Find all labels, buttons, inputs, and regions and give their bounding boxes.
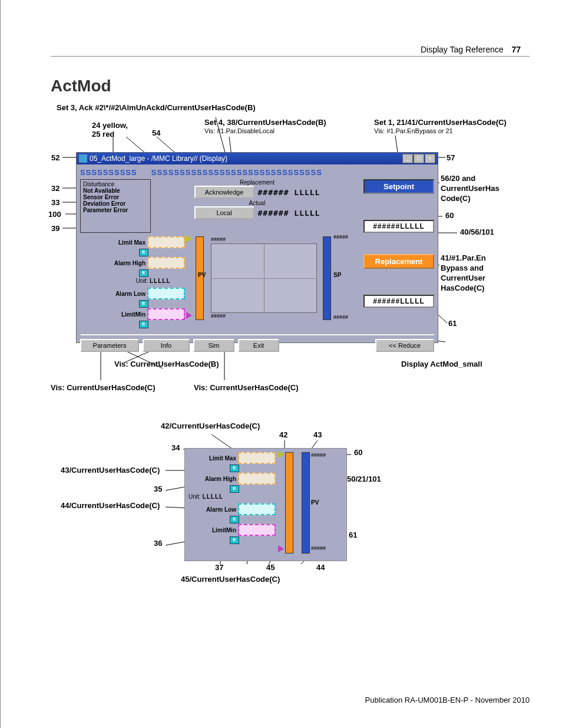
limit-min-label: LimitMin xyxy=(121,311,146,318)
exit-button[interactable]: Exit xyxy=(238,339,279,352)
d-alarm-low-field[interactable] xyxy=(238,503,276,515)
callout-visB: Vis: CurrentUserHasCode(B) xyxy=(114,360,219,368)
page-title: ActMod xyxy=(51,77,111,95)
callout-33: 33 xyxy=(51,198,59,207)
callout-44: 44 xyxy=(316,563,325,572)
callout-42: 42 xyxy=(279,430,287,439)
d-pv-label: PV xyxy=(311,499,319,506)
callout-41c: CurrentUser xyxy=(441,274,485,282)
callout-45: 45 xyxy=(266,563,275,572)
pv-bar xyxy=(196,236,204,320)
callout-34: 34 xyxy=(171,443,180,452)
limit-max-field[interactable] xyxy=(147,236,185,248)
callout-set1-sub: Vis: #1.Par.EnBypass or 21 xyxy=(374,127,453,134)
minimize-button[interactable]: _ xyxy=(402,154,413,163)
d-e-3[interactable]: E xyxy=(230,516,239,523)
actual-value: ###### LLLLL xyxy=(258,209,320,218)
alarm-low-field[interactable] xyxy=(147,288,185,299)
callout-56c: Code(C) xyxy=(441,194,471,203)
footer-text: Publication RA-UM001B-EN-P - November 20… xyxy=(365,696,530,704)
setpoint-button[interactable]: Setpoint xyxy=(363,179,434,194)
alarm-high-field[interactable] xyxy=(147,257,185,269)
callout-25red: 25 red xyxy=(92,130,114,139)
sim-button[interactable]: Sim xyxy=(193,339,234,352)
callout-41a: 41/#1.Par.En xyxy=(441,253,486,262)
callout-57: 57 xyxy=(447,153,455,162)
callout-44c: 44/CurrentUserHasCode(C) xyxy=(61,501,160,510)
limit-max-label: Limit Max xyxy=(118,239,146,246)
acknowledge-button[interactable]: Acknowledge xyxy=(194,186,254,199)
callout-45c: 45/CurrentUserHasCode(C) xyxy=(181,575,280,584)
callout-disp-small: Display ActMod_small xyxy=(401,360,482,368)
err-deviation: Deviation Error xyxy=(83,200,148,207)
hash-top-right: ##### xyxy=(333,234,348,240)
d-limit-min-field[interactable] xyxy=(238,524,276,536)
hash-bot-left: ##### xyxy=(211,313,226,319)
callout-d61: 61 xyxy=(349,531,357,539)
callout-set3: Set 3, Ack #2\*/#2\AlmUnAckd/CurrentUser… xyxy=(57,103,256,112)
parameters-button[interactable]: Parameters xyxy=(80,339,139,352)
callout-visC2: Vis: CurrentUserHasCode(C) xyxy=(194,383,298,392)
title-bar: 05_ActMod_large - /MMC Library// (Displa… xyxy=(77,153,438,164)
callout-100: 100 xyxy=(48,210,61,219)
d-alarm-high-label: Alarm High xyxy=(205,476,236,482)
d-limit-max-label: Limit Max xyxy=(209,455,236,462)
e-badge-3[interactable]: E xyxy=(139,300,148,308)
window-title: 05_ActMod_large - /MMC Library// (Displa… xyxy=(90,154,227,163)
d-hash-top: ##### xyxy=(311,452,326,458)
callout-61: 61 xyxy=(448,319,457,328)
callout-visC1: Vis: CurrentUserHasCode(C) xyxy=(51,383,155,392)
hash-bot-right: ##### xyxy=(333,314,348,320)
d-limit-max-field[interactable] xyxy=(238,452,276,464)
divider xyxy=(80,334,434,335)
unit-label: Unit: xyxy=(135,278,148,284)
callout-43: 43 xyxy=(313,430,322,439)
callout-40: 40/56/101 xyxy=(460,228,494,236)
detail-panel: Limit Max E Alarm High E Unit: LLLLL Ala… xyxy=(184,448,347,561)
local-button[interactable]: Local xyxy=(194,206,254,219)
right-value-1: ######LLLLL xyxy=(363,220,434,233)
callout-d60: 60 xyxy=(354,448,362,457)
error-list: Disturbance Not Available Sensor Error D… xyxy=(80,179,151,233)
right-value-2: ######LLLLL xyxy=(363,295,434,308)
d-alarm-high-field[interactable] xyxy=(238,473,276,485)
replacement-button[interactable]: Replacement xyxy=(363,254,434,269)
sp-label: SP xyxy=(333,272,341,278)
chart-box xyxy=(211,243,317,313)
d-arrow-yellow xyxy=(278,451,284,458)
d-hash-bot: ##### xyxy=(311,545,326,551)
e-badge-1[interactable]: E xyxy=(139,249,148,256)
limit-min-field[interactable] xyxy=(147,308,185,320)
callout-41b: Bypass and xyxy=(441,263,484,272)
d-e-1[interactable]: E xyxy=(230,465,239,472)
label-replacement: Replacement xyxy=(156,179,359,186)
status-s1: SSSSSSSSSS xyxy=(80,168,137,177)
info-button[interactable]: Info xyxy=(143,339,190,352)
d-e-4[interactable]: E xyxy=(230,536,239,544)
callout-52: 52 xyxy=(51,153,59,162)
d-limit-min-label: LimitMin xyxy=(212,527,236,533)
sp-bar xyxy=(323,236,331,320)
err-disturbance: Disturbance xyxy=(83,181,148,187)
callout-56b: CurrentUserHas xyxy=(441,184,500,193)
e-badge-2[interactable]: E xyxy=(139,269,148,277)
callout-54: 54 xyxy=(152,129,160,137)
maximize-button[interactable]: □ xyxy=(414,154,424,163)
reduce-button[interactable]: << Reduce xyxy=(375,339,434,352)
callout-41d: HasCode(C) xyxy=(441,284,484,292)
callout-set4-sub: Vis: #1.Par.DisableLocal xyxy=(204,127,275,134)
unit-value: LLLLL xyxy=(150,278,185,284)
app-icon xyxy=(79,154,87,163)
d-alarm-low-label: Alarm Low xyxy=(206,506,236,513)
d-e-2[interactable]: E xyxy=(230,485,239,493)
callout-42c: 42/CurrentUserHasCode(C) xyxy=(161,421,260,430)
callout-set4: Set 4, 38/CurrentUserHasCode(B) xyxy=(204,118,326,127)
callout-43c: 43/CurrentUserHasCode(C) xyxy=(61,466,160,475)
callout-35: 35 xyxy=(154,485,162,493)
close-button[interactable]: × xyxy=(425,154,435,163)
e-badge-4[interactable]: E xyxy=(139,321,148,328)
err-notavail: Not Available xyxy=(83,187,148,194)
header: Display Tag Reference 77 xyxy=(421,45,521,54)
label-actual: Actual xyxy=(156,200,359,206)
page-number: 77 xyxy=(511,45,521,54)
